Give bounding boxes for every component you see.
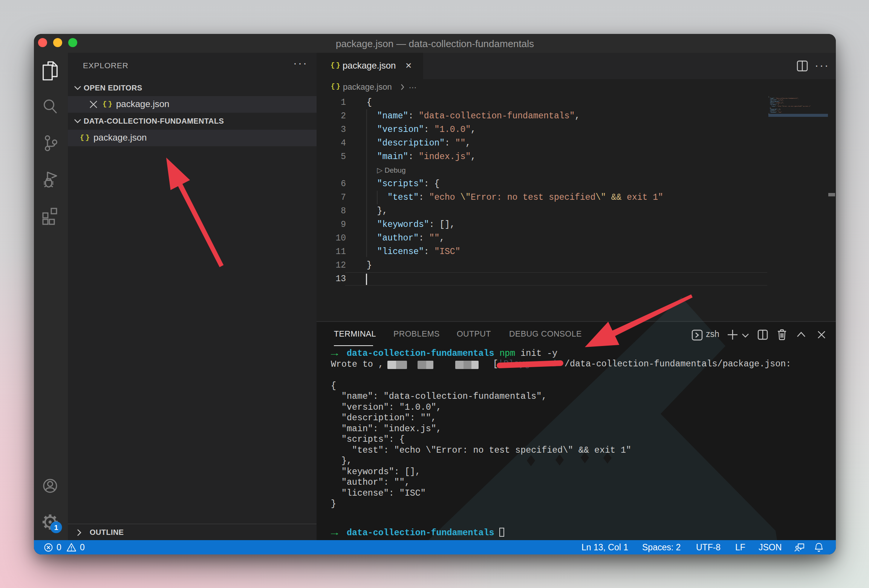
- svg-text:1: 1: [54, 524, 58, 531]
